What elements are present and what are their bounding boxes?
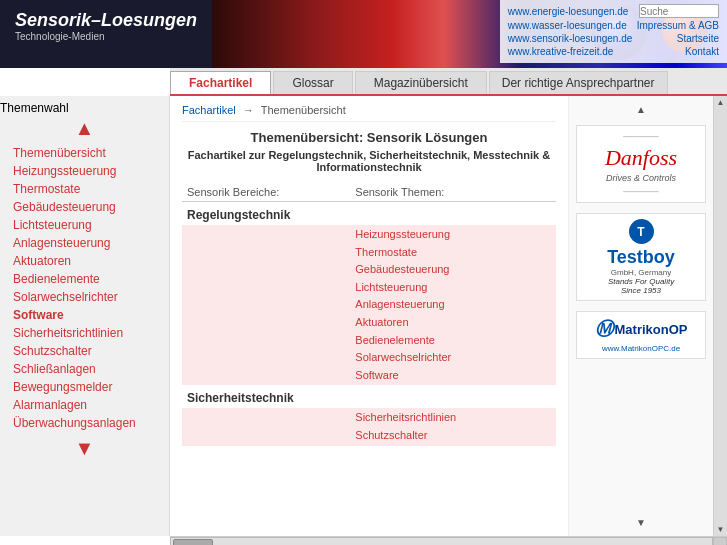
topic-link[interactable]: Solarwechselrichter xyxy=(355,349,551,367)
main-layout: Themenwahl ▲ Themenübersicht Heizungsste… xyxy=(0,96,727,536)
sidebar-item-bewegung[interactable]: Bewegungsmelder xyxy=(8,378,161,396)
sidebar-item-thermostate[interactable]: Thermostate xyxy=(8,180,161,198)
sidebar-up-arrow[interactable]: ▲ xyxy=(0,115,169,141)
sidebar-item-solar[interactable]: Solarwechselrichter xyxy=(8,288,161,306)
sidebar-item-heizungssteuerung[interactable]: Heizungssteuerung xyxy=(8,162,161,180)
link-energie[interactable]: www.energie-loesungen.de xyxy=(508,6,629,17)
topic-link[interactable]: Aktuatoren xyxy=(355,314,551,332)
link-kontakt[interactable]: Kontakt xyxy=(685,46,719,57)
col-header-bereiche: Sensorik Bereiche: xyxy=(182,183,350,202)
ad-testboy-icon: T xyxy=(629,219,654,244)
breadcrumb-parent[interactable]: Fachartikel xyxy=(182,104,236,116)
topic-link[interactable]: Anlagensteuerung xyxy=(355,296,551,314)
sidebar-item-software[interactable]: Software xyxy=(8,306,161,324)
vertical-scrollbar[interactable]: ▲ ▼ xyxy=(713,96,727,536)
sidebar-item-schutz[interactable]: Schutzschalter xyxy=(8,342,161,360)
bottom-bar xyxy=(170,536,727,545)
sidebar-item-sicherheitsricht[interactable]: Sicherheitsrichtlinien xyxy=(8,324,161,342)
scroll-corner xyxy=(713,537,727,545)
topic-link[interactable]: Gebäudesteuerung xyxy=(355,261,551,279)
site-title: Sensorik–Loesungen xyxy=(15,10,197,31)
themen-cell: SicherheitsrichtlinienSchutzschalter xyxy=(350,408,556,445)
sidebar: Themenwahl ▲ Themenübersicht Heizungsste… xyxy=(0,96,170,536)
header-link-row-4: www.kreative-freizeit.de Kontakt xyxy=(508,46,719,57)
tab-fachartikel[interactable]: Fachartikel xyxy=(170,71,271,94)
header-link-row-3: www.sensorik-loesungen.de Startseite xyxy=(508,33,719,44)
sidebar-item-aktuatoren[interactable]: Aktuatoren xyxy=(8,252,161,270)
topic-link[interactable]: Sicherheitsrichtlinien xyxy=(355,409,551,427)
main-content: Fachartikel → Themenübersicht Themenüber… xyxy=(170,96,568,536)
group-themen-empty xyxy=(350,385,556,408)
sidebar-item-themenubersicht[interactable]: Themenübersicht xyxy=(8,144,161,162)
ad-matrikon[interactable]: Ⓜ MatrikonOP www.MatrikonOPC.de xyxy=(576,311,706,359)
nav-tabs: Fachartikel Glossar Magazinübersicht Der… xyxy=(170,68,727,96)
section-title: Themenübersicht: Sensorik Lösungen xyxy=(182,130,556,145)
topic-link[interactable]: Thermostate xyxy=(355,244,551,262)
table-row-header: Regelungstechnik xyxy=(182,202,556,226)
search-input[interactable] xyxy=(639,4,719,18)
group-name: Regelungstechnik xyxy=(182,202,350,226)
sidebar-item-uberwach[interactable]: Überwachungsanlagen xyxy=(8,414,161,432)
sidebar-item-gebaude[interactable]: Gebäudesteuerung xyxy=(8,198,161,216)
link-sensorik[interactable]: www.sensorik-loesungen.de xyxy=(508,33,633,44)
link-wasser[interactable]: www.wasser-loesungen.de xyxy=(508,20,627,31)
topic-link[interactable]: Lichtsteuerung xyxy=(355,279,551,297)
sidebar-item-anlage[interactable]: Anlagensteuerung xyxy=(8,234,161,252)
group-themen-empty xyxy=(350,202,556,226)
ad-matrikon-url: www.MatrikonOPC.de xyxy=(582,344,700,353)
ad-danfoss-tagline: Drives & Controls xyxy=(582,173,700,183)
scroll-up-btn[interactable]: ▲ xyxy=(717,98,725,107)
sidebar-item-licht[interactable]: Lichtsteuerung xyxy=(8,216,161,234)
topic-link[interactable]: Heizungssteuerung xyxy=(355,226,551,244)
ad-matrikon-icon: Ⓜ xyxy=(595,317,613,341)
topic-link[interactable]: Software xyxy=(355,367,551,385)
ad-testboy-icon-letter: T xyxy=(637,225,644,239)
ads-scroll-down[interactable]: ▼ xyxy=(636,517,646,528)
ads-scroll-up[interactable]: ▲ xyxy=(636,104,646,115)
tab-glossar[interactable]: Glossar xyxy=(273,71,352,94)
ad-testboy-tagline1: Stands For Quality xyxy=(582,277,700,286)
horizontal-scrollbar[interactable] xyxy=(170,537,713,545)
site-subtitle: Technologie-Medien xyxy=(15,31,197,42)
group-name: Sicherheitstechnik xyxy=(182,385,350,408)
header-link-row-1: www.energie-loesungen.de xyxy=(508,4,719,18)
breadcrumb-separator: → xyxy=(243,104,254,116)
themen-cell: HeizungssteuerungThermostateGebäudesteue… xyxy=(350,225,556,385)
header-link-row-2: www.wasser-loesungen.de Impressum & AGB xyxy=(508,20,719,31)
sidebar-items: Themenübersicht Heizungssteuerung Thermo… xyxy=(0,141,169,435)
ad-danfoss[interactable]: ───── Danfoss Drives & Controls ───── xyxy=(576,125,706,203)
ad-danfoss-border-bot: ───── xyxy=(582,186,700,197)
ad-testboy-logo: Testboy xyxy=(582,247,700,268)
content-area: Fachartikel → Themenübersicht Themenüber… xyxy=(170,96,727,536)
link-kreativ[interactable]: www.kreative-freizeit.de xyxy=(508,46,614,57)
sidebar-item-alarm[interactable]: Alarmanlagen xyxy=(8,396,161,414)
tab-magazin[interactable]: Magazinübersicht xyxy=(355,71,487,94)
sidebar-down-arrow[interactable]: ▼ xyxy=(0,435,169,461)
ad-testboy-tagline2: Since 1953 xyxy=(582,286,700,295)
topics-table: Sensorik Bereiche: Sensorik Themen: Rege… xyxy=(182,183,556,446)
table-row-header: Sicherheitstechnik xyxy=(182,385,556,408)
sidebar-item-bedien[interactable]: Bedienelemente xyxy=(8,270,161,288)
right-ads: ▲ ───── Danfoss Drives & Controls ───── … xyxy=(568,96,713,536)
scroll-down-btn[interactable]: ▼ xyxy=(717,525,725,534)
ad-danfoss-logo: Danfoss xyxy=(582,145,700,171)
breadcrumb-current: Themenübersicht xyxy=(261,104,346,116)
topic-link[interactable]: Bedienelemente xyxy=(355,332,551,350)
bereiche-cell xyxy=(182,408,350,445)
h-scroll-thumb[interactable] xyxy=(173,539,213,545)
ad-testboy-sub: GmbH, Germany xyxy=(582,268,700,277)
tab-ansprechpartner[interactable]: Der richtige Ansprechpartner xyxy=(489,71,668,94)
header: Sensorik–Loesungen Technologie-Medien ww… xyxy=(0,0,727,68)
table-row: HeizungssteuerungThermostateGebäudesteue… xyxy=(182,225,556,385)
table-row: SicherheitsrichtlinienSchutzschalter xyxy=(182,408,556,445)
sidebar-title: Themenwahl xyxy=(0,101,169,115)
link-impressum[interactable]: Impressum & AGB xyxy=(637,20,719,31)
breadcrumb: Fachartikel → Themenübersicht xyxy=(182,104,556,122)
ad-matrikon-logo: MatrikonOP xyxy=(615,322,688,337)
site-logo: Sensorik–Loesungen Technologie-Medien xyxy=(0,0,212,68)
link-startseite[interactable]: Startseite xyxy=(677,33,719,44)
ad-testboy[interactable]: T Testboy GmbH, Germany Stands For Quali… xyxy=(576,213,706,301)
section-subtitle: Fachartikel zur Regelungstechnik, Sicher… xyxy=(182,149,556,173)
sidebar-item-schliess[interactable]: Schließanlagen xyxy=(8,360,161,378)
topic-link[interactable]: Schutzschalter xyxy=(355,427,551,445)
